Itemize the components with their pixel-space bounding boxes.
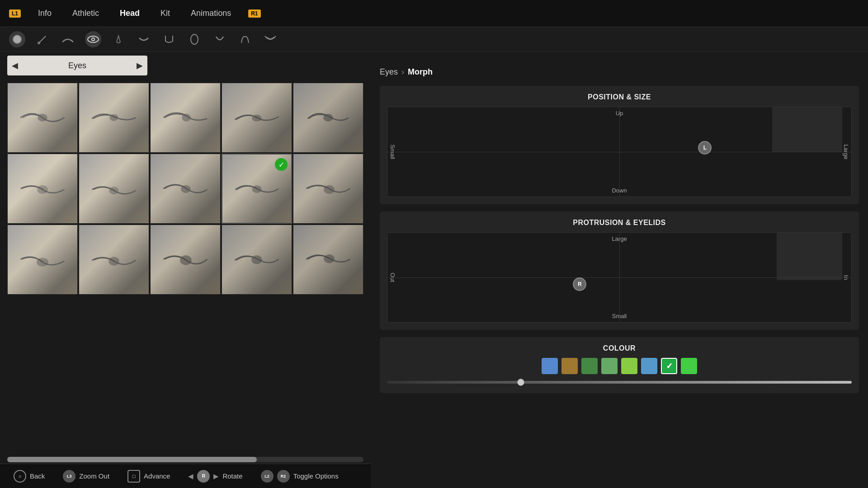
eye-grid: ✓	[7, 83, 363, 454]
advance-control[interactable]: □ Advance	[127, 470, 170, 483]
svg-point-21	[251, 255, 262, 264]
circle-button[interactable]: ○	[14, 470, 26, 483]
crosshair-v	[619, 107, 620, 197]
swatch-selected-green[interactable]: ✓	[661, 358, 677, 374]
mouth-icon[interactable]	[136, 31, 152, 47]
eye-cell-0-0[interactable]	[7, 83, 78, 153]
svg-point-16	[252, 185, 261, 193]
eye-icon[interactable]	[85, 31, 101, 47]
colour-slider-thumb[interactable]	[517, 379, 524, 386]
nav-head[interactable]: Head	[116, 7, 143, 20]
category-selector[interactable]: ◀ Eyes ▶	[7, 56, 147, 75]
jaw-icon[interactable]	[161, 31, 177, 47]
main-area: ◀ Eyes ▶	[0, 52, 868, 488]
nav-animations[interactable]: Animations	[187, 7, 235, 20]
eye-cell-2-2[interactable]	[150, 225, 221, 295]
toggle-options-control[interactable]: L2 R2 Toggle Options	[261, 470, 339, 483]
eye-cell-0-2[interactable]	[150, 83, 221, 153]
svg-point-8	[38, 114, 47, 122]
brush-icon[interactable]	[34, 31, 51, 47]
svg-point-14	[109, 187, 119, 194]
svg-point-17	[324, 185, 335, 194]
eye-cell-1-0[interactable]	[7, 154, 78, 224]
horizontal-scrollbar[interactable]	[7, 457, 363, 462]
right-panel: Eyes › Morph POSITION & SIZE Up Down Sma…	[371, 52, 868, 488]
beard-icon[interactable]	[262, 31, 278, 47]
swatch-green-dark[interactable]	[581, 358, 598, 374]
rotate-arrows-right: ▶	[213, 472, 219, 480]
breadcrumb: Eyes › Morph	[380, 61, 859, 79]
chin-icon[interactable]	[212, 31, 228, 47]
eye-cell-0-3[interactable]	[222, 83, 292, 153]
position-size-section: POSITION & SIZE Up Down Small Large L	[380, 86, 859, 204]
eye-cell-1-4[interactable]	[293, 154, 363, 224]
eye-cell-0-4[interactable]	[293, 83, 363, 153]
svg-point-15	[181, 185, 191, 193]
swatch-blue[interactable]	[542, 358, 558, 374]
l3-button[interactable]: L3	[63, 470, 75, 483]
brow-icon[interactable]	[60, 31, 76, 47]
svg-point-10	[182, 114, 190, 122]
ear-icon[interactable]	[186, 31, 203, 47]
r2-button[interactable]: R2	[277, 470, 290, 483]
svg-point-18	[37, 258, 48, 267]
rotate-label: Rotate	[222, 472, 242, 480]
left-panel: ◀ Eyes ▶	[0, 52, 371, 488]
nav-info[interactable]: Info	[34, 7, 55, 20]
l2-button[interactable]: L2	[261, 470, 274, 483]
colour-title: COLOUR	[387, 344, 852, 352]
prot-crosshair-v	[619, 233, 620, 322]
protrusion-pad[interactable]: Large Small Out In R	[387, 232, 852, 323]
svg-point-7	[191, 34, 198, 44]
hair-icon[interactable]	[237, 31, 253, 47]
rotate-control[interactable]: ◀ R ▶ Rotate	[188, 470, 242, 483]
swatch-brown[interactable]	[561, 358, 578, 374]
zoom-out-control[interactable]: L3 Zoom Out	[63, 470, 109, 483]
eye-cell-1-2[interactable]	[150, 154, 221, 224]
swatch-blue-light[interactable]	[641, 358, 657, 374]
eye-cell-0-1[interactable]	[79, 83, 149, 153]
eye-cell-2-0[interactable]	[7, 225, 78, 295]
eye-cell-2-3[interactable]	[222, 225, 292, 295]
colour-slider-container[interactable]	[387, 379, 852, 386]
breadcrumb-parent: Eyes	[380, 67, 398, 77]
eye-cell-1-3[interactable]: ✓	[222, 154, 292, 224]
face-icon[interactable]	[9, 31, 25, 47]
svg-point-1	[14, 36, 21, 43]
bottom-controls: ○ Back L3 Zoom Out □ Advance ◀ R ▶ Rotat…	[0, 464, 371, 488]
swatch-bright-green[interactable]	[681, 358, 697, 374]
nav-kit[interactable]: Kit	[157, 7, 174, 20]
r-button[interactable]: R	[197, 470, 210, 483]
eye-cell-1-1[interactable]	[79, 154, 149, 224]
eye-cell-2-1[interactable]	[79, 225, 149, 295]
svg-point-12	[323, 114, 333, 122]
breadcrumb-current: Morph	[408, 67, 433, 77]
nav-athletic[interactable]: Athletic	[69, 7, 103, 20]
back-label: Back	[30, 472, 45, 480]
next-category-arrow[interactable]: ▶	[137, 61, 143, 70]
advance-label: Advance	[144, 472, 170, 480]
protrusion-handle[interactable]: R	[573, 277, 586, 291]
prot-highlight-region	[777, 233, 842, 280]
colour-swatches: ✓	[387, 358, 852, 374]
position-size-pad[interactable]: Up Down Small Large L	[387, 107, 852, 197]
svg-point-20	[180, 255, 192, 265]
eye-cell-2-4[interactable]	[293, 225, 363, 295]
colour-slider-track	[387, 381, 852, 384]
square-button[interactable]: □	[127, 470, 140, 483]
back-control[interactable]: ○ Back	[14, 470, 45, 483]
protrusion-eyelids-section: PROTRUSION & EYELIDS Large Small Out In …	[380, 211, 859, 330]
svg-line-2	[39, 36, 46, 42]
nose-icon[interactable]	[110, 31, 127, 47]
swatch-green-light[interactable]	[621, 358, 637, 374]
swatch-green-mid[interactable]	[601, 358, 618, 374]
svg-point-13	[37, 185, 48, 194]
selected-check: ✓	[275, 158, 288, 171]
position-handle[interactable]: L	[698, 141, 712, 155]
svg-point-19	[108, 257, 119, 266]
svg-point-9	[109, 114, 118, 121]
category-label: Eyes	[68, 61, 86, 70]
scrollbar-thumb[interactable]	[7, 457, 257, 462]
prev-category-arrow[interactable]: ◀	[12, 61, 18, 70]
colour-slider-row	[387, 379, 852, 386]
